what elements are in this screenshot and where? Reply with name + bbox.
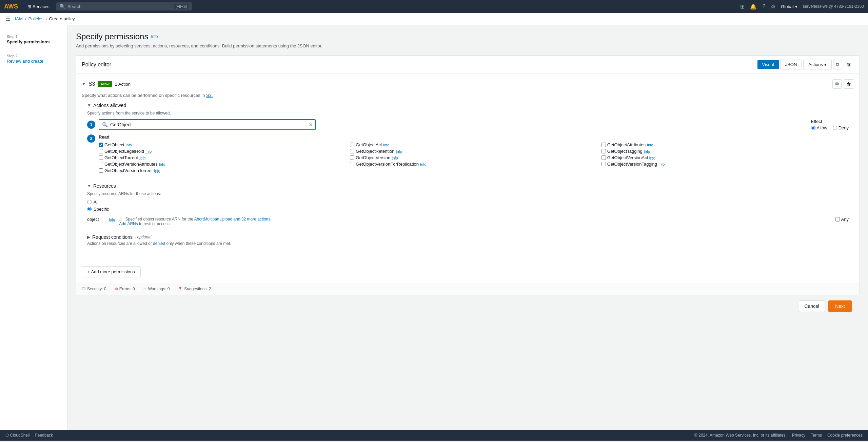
main-content: Specify permissions Info Add permissions… bbox=[68, 25, 868, 430]
services-button[interactable]: ⊞ Services bbox=[25, 3, 52, 10]
help-icon[interactable]: ? bbox=[762, 3, 765, 9]
getobjectversiontorrent-info-link[interactable]: Info bbox=[154, 169, 160, 173]
effect-allow-input[interactable] bbox=[811, 126, 815, 130]
checkbox-getobjectlegalhold: GetObjectLegalHold Info bbox=[99, 149, 346, 154]
action-search-wrap: 🔍 ✕ bbox=[99, 119, 316, 130]
checkbox-getobjecttagging-input[interactable] bbox=[601, 149, 606, 153]
checkbox-getobjectattributes-input[interactable] bbox=[601, 143, 606, 147]
request-conditions-section: ▶ Request conditions - optional Actions … bbox=[87, 234, 849, 246]
checkbox-getobjectversiontorrent: GetObjectVersionTorrent Info bbox=[99, 168, 346, 173]
bell-icon[interactable]: 🔔 bbox=[750, 3, 757, 10]
any-label[interactable]: Any bbox=[841, 217, 849, 222]
cloudshell-link[interactable]: ⬡ CloudShell bbox=[5, 433, 29, 438]
hamburger-icon[interactable]: ☰ bbox=[5, 16, 10, 22]
radio-all-input[interactable] bbox=[87, 200, 92, 204]
next-button[interactable]: Next bbox=[828, 300, 852, 312]
getobjectacl-info-link[interactable]: Info bbox=[383, 143, 389, 147]
terms-link[interactable]: Terms bbox=[811, 433, 822, 438]
breadcrumb-policies[interactable]: Policies bbox=[28, 16, 43, 21]
checkbox-getobjectlegalhold-input[interactable] bbox=[99, 149, 103, 153]
getobjectattributes-info-link[interactable]: Info bbox=[647, 143, 653, 147]
checkbox-getobjectacl-label: GetObjectAcl bbox=[356, 142, 382, 147]
collapse-icon[interactable]: ▼ bbox=[82, 82, 86, 86]
conditions-title: Request conditions bbox=[92, 234, 133, 240]
policy-editor-title: Policy editor bbox=[82, 62, 111, 68]
grid-icon-nav[interactable]: ⊞ bbox=[740, 3, 745, 10]
checkbox-getobjectversion-input[interactable] bbox=[350, 155, 354, 160]
conditions-desc-text: Actions on resources are allowed or bbox=[87, 241, 152, 246]
resources-collapse-icon[interactable]: ▼ bbox=[87, 184, 91, 188]
copy-button[interactable]: ⧉ bbox=[833, 60, 842, 69]
getobjectretention-info-link[interactable]: Info bbox=[396, 149, 402, 153]
delete-button[interactable]: 🗑 bbox=[844, 60, 854, 69]
search-bar[interactable]: 🔍 [Alt+S] bbox=[56, 2, 192, 10]
s3-copy-button[interactable]: ⧉ bbox=[832, 79, 842, 89]
add-permissions-button[interactable]: + Add more permissions bbox=[82, 266, 141, 277]
radio-all-row: All bbox=[87, 199, 849, 205]
getobject-info-link[interactable]: Info bbox=[126, 143, 132, 147]
warning-status-icon: ⚠ bbox=[143, 287, 147, 291]
page-info-link[interactable]: Info bbox=[151, 34, 158, 39]
action-search-clear[interactable]: ✕ bbox=[309, 122, 313, 127]
getobjectversionattributes-info-link[interactable]: Info bbox=[159, 162, 165, 166]
getobjectversion-info-link[interactable]: Info bbox=[392, 156, 398, 160]
actions-collapse-icon[interactable]: ▼ bbox=[87, 103, 91, 108]
search-input[interactable] bbox=[67, 4, 172, 9]
visual-button[interactable]: Visual bbox=[757, 60, 779, 69]
radio-specific-label[interactable]: Specific bbox=[94, 207, 109, 212]
resources-title: Resources bbox=[93, 183, 116, 189]
more-actions-link[interactable]: and 32 more actions. bbox=[234, 217, 272, 222]
object-info-link[interactable]: Info bbox=[109, 217, 115, 222]
feedback-link[interactable]: Feedback bbox=[35, 433, 53, 438]
checkbox-getobjectversionacl-label: GetObjectVersionAcl bbox=[607, 155, 648, 160]
checkbox-getobject-input[interactable] bbox=[99, 143, 103, 147]
getobjectversiontagging-info-link[interactable]: Info bbox=[658, 162, 665, 166]
settings-icon[interactable]: ⚙ bbox=[771, 3, 775, 10]
getobjecttagging-info-link[interactable]: Info bbox=[644, 149, 650, 153]
checkbox-getobjectversion-label: GetObjectVersion bbox=[356, 155, 390, 160]
getobjectversionforreplication-info-link[interactable]: Info bbox=[420, 162, 426, 166]
page-description: Add permissions by selecting services, a… bbox=[76, 43, 860, 48]
effect-deny-radio[interactable]: Deny bbox=[833, 125, 849, 130]
actions-button[interactable]: Actions ▾ bbox=[803, 60, 832, 69]
effect-allow-label: Allow bbox=[817, 125, 827, 130]
step1-title[interactable]: Specify permissions bbox=[7, 39, 61, 44]
checkbox-getobjectversiontagging-input[interactable] bbox=[601, 162, 606, 166]
conditions-header[interactable]: ▶ Request conditions - optional bbox=[87, 234, 849, 240]
copyright-text: © 2024, Amazon Web Services, Inc. or its… bbox=[694, 433, 787, 438]
denied-link[interactable]: denied bbox=[153, 241, 165, 246]
status-errors: ⊗ Errors: 0 bbox=[115, 287, 135, 291]
breadcrumb-iam[interactable]: IAM bbox=[15, 16, 23, 21]
radio-all-label[interactable]: All bbox=[94, 199, 98, 205]
checkbox-getobjectversionacl-input[interactable] bbox=[601, 155, 606, 160]
getobjectversionacl-info-link[interactable]: Info bbox=[649, 156, 655, 160]
breadcrumb-current: Create policy bbox=[49, 16, 75, 21]
checkbox-getobjectacl-input[interactable] bbox=[350, 143, 354, 147]
s3-delete-button[interactable]: 🗑 bbox=[844, 79, 854, 89]
action-search-input[interactable] bbox=[99, 119, 316, 130]
conditions-collapse-icon[interactable]: ▶ bbox=[87, 235, 90, 239]
checkbox-getobjecttorrent-input[interactable] bbox=[99, 155, 103, 160]
checkbox-getobjectretention-input[interactable] bbox=[350, 149, 354, 153]
effect-deny-input[interactable] bbox=[833, 126, 837, 130]
page-title: Specify permissions bbox=[76, 32, 148, 41]
getobjecttorrent-info-link[interactable]: Info bbox=[139, 156, 145, 160]
privacy-link[interactable]: Privacy bbox=[792, 433, 805, 438]
getobjectlegalhold-info-link[interactable]: Info bbox=[145, 149, 152, 153]
any-checkbox-input[interactable] bbox=[835, 217, 840, 222]
checkbox-getobjectversiontorrent-input[interactable] bbox=[99, 168, 103, 173]
checkbox-getobjectversionforreplication-input[interactable] bbox=[350, 162, 354, 166]
effect-allow-radio[interactable]: Allow bbox=[811, 125, 827, 130]
checkbox-getobjectversionattributes-input[interactable] bbox=[99, 162, 103, 166]
cookie-link[interactable]: Cookie preferences bbox=[827, 433, 863, 438]
add-arns-link[interactable]: Add ARNs bbox=[119, 222, 138, 226]
region-selector[interactable]: Global ▾ bbox=[781, 4, 797, 9]
json-button[interactable]: JSON bbox=[780, 60, 802, 69]
breadcrumb-bar: ☰ IAM › Policies › Create policy bbox=[0, 13, 868, 25]
search-row: 1 🔍 ✕ Effect bbox=[87, 119, 849, 130]
radio-specific-input[interactable] bbox=[87, 207, 92, 211]
abort-multipart-upload-link[interactable]: AbortMultipartUpload bbox=[194, 217, 232, 222]
step2-title[interactable]: Review and create bbox=[7, 59, 61, 64]
cancel-button[interactable]: Cancel bbox=[799, 300, 825, 312]
s3-link[interactable]: S3. bbox=[206, 93, 213, 98]
